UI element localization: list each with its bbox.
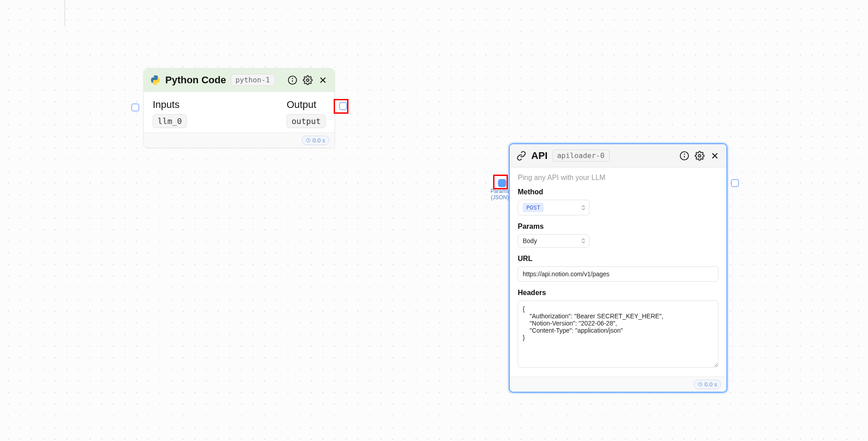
url-field: URL: [518, 255, 718, 282]
annotation-highlight-target: [493, 175, 508, 189]
headers-textarea[interactable]: [518, 300, 718, 368]
python-icon: [150, 75, 161, 86]
svg-point-3: [306, 79, 309, 81]
headers-label: Headers: [518, 289, 718, 297]
chevron-updown-icon: [581, 239, 585, 244]
input-chip-llm0[interactable]: llm_0: [153, 114, 187, 128]
gear-icon[interactable]: [694, 150, 705, 161]
api-actions: [679, 150, 720, 161]
api-output-port[interactable]: [731, 179, 739, 187]
api-id-badge: apiloader-0: [552, 150, 610, 162]
api-header: API apiloader-0: [510, 144, 726, 167]
python-title: Python Code: [165, 74, 226, 86]
api-footer: 0.0 s: [510, 377, 726, 392]
inputs-label: Inputs: [153, 99, 187, 111]
api-body: Ping any API with your LLM Method POST P…: [510, 167, 726, 377]
port-label-line2: (JSON): [491, 194, 509, 201]
python-input-port[interactable]: [131, 103, 139, 111]
params-label: Params: [518, 223, 718, 231]
close-icon[interactable]: [709, 150, 720, 161]
headers-field: Headers: [518, 289, 718, 369]
info-icon[interactable]: [287, 75, 298, 86]
chevron-updown-icon: [581, 205, 585, 210]
time-value: 0.0 s: [705, 381, 717, 388]
method-label: Method: [518, 188, 718, 196]
annotation-highlight-source: [334, 99, 348, 114]
params-value: Body: [523, 237, 537, 244]
time-badge: 0.0 s: [302, 136, 329, 145]
api-title: API: [531, 150, 548, 162]
svg-point-9: [684, 154, 685, 154]
params-field: Params Body: [518, 223, 718, 248]
url-input[interactable]: [518, 266, 718, 282]
output-label: Output: [287, 99, 326, 111]
api-node[interactable]: Params (JSON) API apiloader-0: [509, 143, 727, 393]
svg-point-10: [698, 154, 701, 157]
link-icon: [516, 150, 527, 161]
gear-icon[interactable]: [302, 75, 313, 86]
params-select[interactable]: Body: [518, 234, 589, 248]
time-value: 0.0 s: [313, 137, 325, 144]
time-badge: 0.0 s: [694, 380, 721, 389]
python-body: Inputs llm_0 Output output: [144, 92, 335, 133]
python-node[interactable]: Python Code python-1 Inputs: [143, 68, 335, 148]
python-actions: [287, 75, 328, 86]
method-field: Method POST: [518, 188, 718, 215]
python-header: Python Code python-1: [144, 69, 335, 92]
svg-point-2: [292, 78, 293, 78]
python-footer: 0.0 s: [144, 133, 335, 148]
inputs-column: Inputs llm_0: [153, 99, 187, 128]
method-select[interactable]: POST: [518, 200, 589, 215]
api-input-port-label: Params (JSON): [486, 188, 513, 201]
close-icon[interactable]: [318, 75, 328, 86]
info-icon[interactable]: [679, 150, 690, 161]
output-chip[interactable]: output: [287, 114, 326, 128]
output-column: Output output: [287, 99, 326, 128]
url-label: URL: [518, 255, 718, 263]
api-subtitle: Ping any API with your LLM: [518, 174, 718, 182]
python-id-badge: python-1: [231, 74, 275, 86]
canvas-svg: [0, 0, 134, 67]
method-value: POST: [523, 203, 544, 212]
